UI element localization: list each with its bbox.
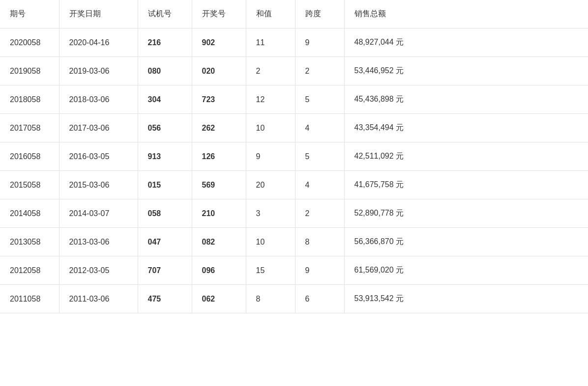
header-hezhi: 和值	[246, 0, 295, 28]
cell-hezhi: 20	[246, 171, 295, 199]
header-sales: 销售总额	[344, 0, 588, 28]
cell-sales: 42,511,092 元	[344, 142, 588, 171]
table-row: 20130582013-03-0604708210856,366,870 元	[0, 228, 588, 256]
cell-kaij: 020	[192, 57, 246, 85]
table-row: 20160582016-03-059131269542,511,092 元	[0, 142, 588, 171]
cell-sales: 41,675,758 元	[344, 171, 588, 199]
lottery-table-container: 期号 开奖日期 试机号 开奖号 和值 跨度 销售总额 20200582020-0…	[0, 0, 588, 313]
cell-qihao: 2015058	[0, 171, 59, 199]
table-row: 20110582011-03-064750628653,913,542 元	[0, 285, 588, 313]
cell-kuadu: 2	[295, 199, 344, 228]
cell-hezhi: 10	[246, 114, 295, 142]
cell-kaij: 262	[192, 114, 246, 142]
cell-shiji: 015	[138, 171, 192, 199]
cell-kaij: 096	[192, 256, 246, 285]
cell-kaij: 126	[192, 142, 246, 171]
table-row: 20200582020-04-1621690211948,927,044 元	[0, 28, 588, 57]
cell-shiji: 056	[138, 114, 192, 142]
cell-kuadu: 4	[295, 114, 344, 142]
cell-qihao: 2019058	[0, 57, 59, 85]
cell-sales: 45,436,898 元	[344, 85, 588, 114]
cell-hezhi: 12	[246, 85, 295, 114]
cell-kuadu: 9	[295, 256, 344, 285]
cell-kaij: 082	[192, 228, 246, 256]
table-row: 20190582019-03-060800202253,446,952 元	[0, 57, 588, 85]
header-kaij: 开奖号	[192, 0, 246, 28]
cell-qihao: 2020058	[0, 28, 59, 57]
cell-qihao: 2013058	[0, 228, 59, 256]
cell-date: 2011-03-06	[59, 285, 138, 313]
cell-date: 2017-03-06	[59, 114, 138, 142]
header-kuadu: 跨度	[295, 0, 344, 28]
cell-qihao: 2017058	[0, 114, 59, 142]
cell-date: 2012-03-05	[59, 256, 138, 285]
cell-sales: 48,927,044 元	[344, 28, 588, 57]
cell-qihao: 2018058	[0, 85, 59, 114]
cell-shiji: 216	[138, 28, 192, 57]
cell-shiji: 475	[138, 285, 192, 313]
lottery-table: 期号 开奖日期 试机号 开奖号 和值 跨度 销售总额 20200582020-0…	[0, 0, 588, 313]
cell-kaij: 902	[192, 28, 246, 57]
cell-date: 2015-03-06	[59, 171, 138, 199]
cell-kuadu: 4	[295, 171, 344, 199]
table-row: 20140582014-03-070582103252,890,778 元	[0, 199, 588, 228]
cell-date: 2018-03-06	[59, 85, 138, 114]
cell-kuadu: 6	[295, 285, 344, 313]
cell-sales: 53,913,542 元	[344, 285, 588, 313]
cell-date: 2020-04-16	[59, 28, 138, 57]
cell-kuadu: 5	[295, 85, 344, 114]
cell-kuadu: 2	[295, 57, 344, 85]
cell-hezhi: 3	[246, 199, 295, 228]
cell-shiji: 058	[138, 199, 192, 228]
cell-shiji: 080	[138, 57, 192, 85]
cell-qihao: 2016058	[0, 142, 59, 171]
cell-kaij: 210	[192, 199, 246, 228]
header-shiji: 试机号	[138, 0, 192, 28]
cell-kuadu: 9	[295, 28, 344, 57]
header-qihao: 期号	[0, 0, 59, 28]
cell-shiji: 913	[138, 142, 192, 171]
cell-sales: 52,890,778 元	[344, 199, 588, 228]
cell-date: 2013-03-06	[59, 228, 138, 256]
cell-sales: 61,569,020 元	[344, 256, 588, 285]
table-row: 20170582017-03-0605626210443,354,494 元	[0, 114, 588, 142]
cell-date: 2019-03-06	[59, 57, 138, 85]
cell-kuadu: 8	[295, 228, 344, 256]
cell-kaij: 723	[192, 85, 246, 114]
header-date: 开奖日期	[59, 0, 138, 28]
cell-kuadu: 5	[295, 142, 344, 171]
cell-hezhi: 8	[246, 285, 295, 313]
table-row: 20180582018-03-0630472312545,436,898 元	[0, 85, 588, 114]
cell-hezhi: 9	[246, 142, 295, 171]
cell-sales: 43,354,494 元	[344, 114, 588, 142]
cell-shiji: 047	[138, 228, 192, 256]
cell-hezhi: 15	[246, 256, 295, 285]
cell-kaij: 062	[192, 285, 246, 313]
cell-date: 2014-03-07	[59, 199, 138, 228]
table-row: 20150582015-03-0601556920441,675,758 元	[0, 171, 588, 199]
cell-hezhi: 10	[246, 228, 295, 256]
cell-shiji: 304	[138, 85, 192, 114]
cell-qihao: 2011058	[0, 285, 59, 313]
cell-hezhi: 2	[246, 57, 295, 85]
table-row: 20120582012-03-0570709615961,569,020 元	[0, 256, 588, 285]
table-header-row: 期号 开奖日期 试机号 开奖号 和值 跨度 销售总额	[0, 0, 588, 28]
cell-qihao: 2012058	[0, 256, 59, 285]
cell-sales: 56,366,870 元	[344, 228, 588, 256]
cell-kaij: 569	[192, 171, 246, 199]
cell-qihao: 2014058	[0, 199, 59, 228]
cell-date: 2016-03-05	[59, 142, 138, 171]
cell-shiji: 707	[138, 256, 192, 285]
cell-hezhi: 11	[246, 28, 295, 57]
cell-sales: 53,446,952 元	[344, 57, 588, 85]
